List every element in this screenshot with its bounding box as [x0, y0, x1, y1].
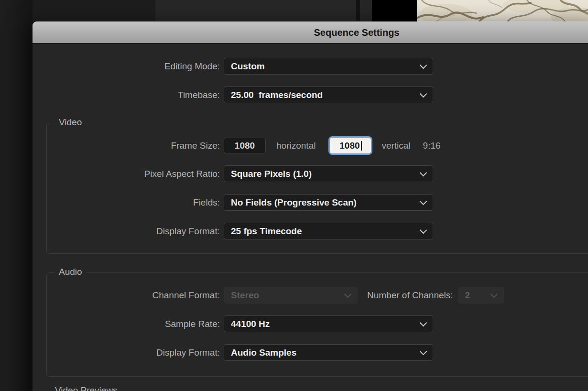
audio-section-legend: Audio — [54, 267, 87, 277]
fields-dropdown[interactable]: No Fields (Progressive Scan) — [224, 194, 433, 211]
marble-texture-image — [417, 0, 588, 22]
program-monitor-letterbox — [372, 0, 417, 22]
video-display-format-dropdown[interactable]: 25 fps Timecode — [224, 223, 433, 239]
pixel-aspect-ratio-label: Pixel Aspect Ratio: — [33, 169, 220, 179]
frame-vertical-value: 1080 — [339, 141, 359, 151]
chevron-down-icon — [420, 169, 427, 176]
timebase-value: 25.00 frames/second — [231, 90, 323, 100]
frame-horizontal-input[interactable]: 1080 — [224, 138, 266, 153]
fields-label: Fields: — [33, 197, 220, 208]
video-previews-section-legend: Video Previews — [55, 385, 118, 391]
chevron-down-icon — [420, 197, 427, 205]
sequence-settings-dialog: Sequence Settings Editing Mode: Custom T… — [33, 22, 588, 391]
chevron-down-icon — [420, 226, 427, 234]
background-panel — [155, 0, 356, 21]
text-caret — [361, 141, 362, 151]
number-of-channels-value: 2 — [465, 290, 470, 301]
row-frame-size: Frame Size: 1080 horizontal 1080 vertica… — [33, 138, 441, 153]
chevron-down-icon — [344, 290, 352, 298]
audio-display-format-label: Display Format: — [33, 348, 220, 358]
number-of-channels-dropdown: 2 — [458, 287, 504, 304]
number-of-channels-label: Number of Channels: — [367, 290, 453, 301]
row-fields: Fields: No Fields (Progressive Scan) — [33, 194, 433, 211]
fields-value: No Fields (Progressive Scan) — [231, 197, 357, 208]
background-panel — [360, 0, 372, 21]
chevron-down-icon — [420, 319, 427, 326]
video-display-format-value: 25 fps Timecode — [231, 226, 302, 237]
frame-horizontal-value: 1080 — [235, 141, 255, 151]
horizontal-label: horizontal — [276, 141, 316, 151]
timebase-label: Timebase: — [33, 90, 220, 100]
editing-mode-dropdown[interactable]: Custom — [224, 58, 433, 75]
chevron-down-icon — [420, 90, 427, 98]
editing-mode-label: Editing Mode: — [33, 61, 220, 72]
frame-vertical-input[interactable]: 1080 — [330, 138, 371, 153]
pixel-aspect-ratio-dropdown[interactable]: Square Pixels (1.0) — [224, 165, 433, 182]
background-left-shade — [0, 0, 33, 391]
sample-rate-value: 44100 Hz — [231, 319, 270, 329]
video-display-format-label: Display Format: — [33, 226, 220, 237]
sample-rate-dropdown[interactable]: 44100 Hz — [224, 315, 433, 332]
row-sample-rate: Sample Rate: 44100 Hz — [33, 315, 433, 332]
chevron-down-icon — [490, 290, 498, 298]
row-timebase: Timebase: 25.00 frames/second — [33, 87, 433, 103]
row-channel-format: Channel Format: Stereo Number of Channel… — [33, 287, 504, 304]
pixel-aspect-ratio-value: Square Pixels (1.0) — [231, 169, 312, 179]
audio-display-format-value: Audio Samples — [231, 348, 296, 358]
channel-format-label: Channel Format: — [33, 290, 220, 301]
row-audio-display-format: Display Format: Audio Samples — [33, 344, 433, 361]
chevron-down-icon — [420, 61, 427, 69]
frame-size-label: Frame Size: — [33, 141, 220, 151]
dialog-title: Sequence Settings — [314, 27, 400, 38]
sample-rate-label: Sample Rate: — [33, 319, 220, 329]
vertical-label: vertical — [381, 141, 410, 151]
audio-display-format-dropdown[interactable]: Audio Samples — [224, 344, 433, 361]
premiere-app-background: Sequence Settings Editing Mode: Custom T… — [0, 0, 588, 391]
panel-divider — [356, 0, 360, 21]
video-section-legend: Video — [54, 117, 86, 128]
editing-mode-value: Custom — [231, 61, 265, 72]
row-pixel-aspect-ratio: Pixel Aspect Ratio: Square Pixels (1.0) — [33, 165, 433, 182]
channel-format-value: Stereo — [231, 290, 259, 301]
channel-format-dropdown: Stereo — [224, 287, 358, 304]
chevron-down-icon — [420, 348, 427, 355]
timebase-dropdown[interactable]: 25.00 frames/second — [224, 87, 433, 103]
dialog-titlebar[interactable]: Sequence Settings — [33, 22, 588, 43]
aspect-ratio-value: 9:16 — [423, 141, 441, 151]
row-editing-mode: Editing Mode: Custom — [33, 58, 433, 75]
row-video-display-format: Display Format: 25 fps Timecode — [33, 223, 433, 239]
